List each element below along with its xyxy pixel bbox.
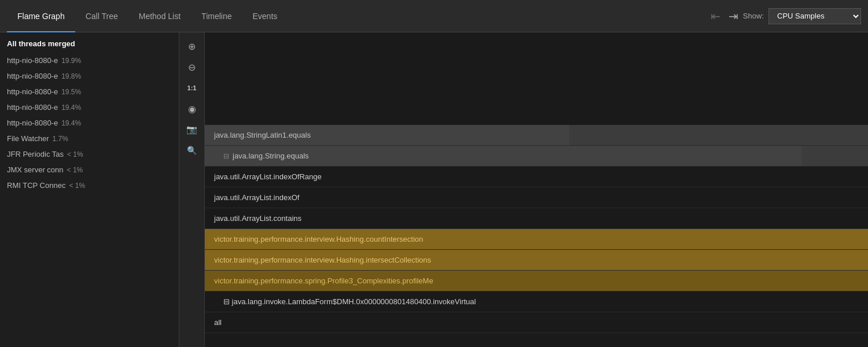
- main-content: All threads merged http-nio-8080-e19.9%h…: [0, 32, 868, 347]
- sidebar-thread-item[interactable]: JFR Periodic Tas< 1%: [0, 146, 179, 162]
- icon-toolbar: ⊕ ⊖ 1:1 ◉ 📷 🔍: [179, 32, 205, 347]
- sidebar-thread-item[interactable]: JMX server conn< 1%: [0, 162, 179, 178]
- add-icon[interactable]: ⊕: [183, 37, 201, 56]
- flame-entry[interactable]: all: [205, 312, 868, 333]
- tab-method-list[interactable]: Method List: [128, 0, 191, 32]
- flame-entry-label: java.util.ArrayList.indexOf: [214, 193, 299, 202]
- flame-entry-label: ⊟ java.lang.invoke.LambdaForm$DMH.0x0000…: [223, 297, 476, 306]
- show-dropdown[interactable]: CPU Samples Wall Time Allocations: [768, 8, 861, 24]
- flame-entry[interactable]: java.lang.StringLatin1.equals: [205, 125, 868, 146]
- flame-entry-label: java.util.ArrayList.contains: [214, 214, 301, 223]
- sidebar-thread-item[interactable]: http-nio-8080-e19.8%: [0, 68, 179, 84]
- search-icon[interactable]: 🔍: [183, 141, 201, 160]
- sidebar-header-label: All threads merged: [7, 39, 75, 48]
- sidebar-thread-item[interactable]: http-nio-8080-e19.4%: [0, 99, 179, 115]
- flame-entry-label: java.lang.StringLatin1.equals: [214, 131, 311, 139]
- sidebar-thread-item[interactable]: http-nio-8080-e19.9%: [0, 53, 179, 68]
- tab-timeline[interactable]: Timeline: [191, 0, 242, 32]
- flame-entry-label: java.util.ArrayList.indexOfRange: [214, 172, 322, 181]
- flame-entry[interactable]: victor.training.performance.interview.Ha…: [205, 229, 868, 250]
- flame-entry-label: all: [214, 318, 222, 327]
- sidebar-thread-item[interactable]: http-nio-8080-e19.4%: [0, 115, 179, 131]
- flame-entry[interactable]: victor.training.performance.interview.Ha…: [205, 250, 868, 271]
- flame-entry-label: victor.training.performance.spring.Profi…: [214, 276, 433, 285]
- sidebar-thread-item[interactable]: http-nio-8080-e19.5%: [0, 84, 179, 99]
- tab-events[interactable]: Events: [242, 0, 288, 32]
- flame-entry[interactable]: victor.training.performance.spring.Profi…: [205, 271, 868, 291]
- flame-area: java.lang.StringLatin1.equals⊟java.lang.…: [205, 32, 868, 347]
- camera-icon[interactable]: 📷: [183, 120, 201, 139]
- flame-entry[interactable]: java.util.ArrayList.contains: [205, 208, 868, 229]
- flame-entry[interactable]: ⊟java.lang.String.equals: [205, 146, 868, 167]
- sidebar-thread-item[interactable]: RMI TCP Connec< 1%: [0, 178, 179, 193]
- flame-entry[interactable]: ⊟ java.lang.invoke.LambdaForm$DMH.0x0000…: [205, 291, 868, 312]
- minus-icon[interactable]: ⊖: [183, 58, 201, 76]
- one-to-one-icon[interactable]: 1:1: [183, 79, 201, 97]
- tab-flame-graph[interactable]: Flame Graph: [7, 0, 75, 32]
- flame-entry-label: victor.training.performance.interview.Ha…: [214, 235, 423, 243]
- sidebar-header[interactable]: All threads merged: [0, 35, 179, 53]
- show-label: Show:: [743, 12, 764, 20]
- eye-icon[interactable]: ◉: [183, 99, 201, 118]
- forward-nav-icon[interactable]: ⇥: [724, 7, 743, 25]
- sidebar-thread-item[interactable]: File Watcher1.7%: [0, 131, 179, 146]
- tab-bar: Flame Graph Call Tree Method List Timeli…: [0, 0, 868, 32]
- flame-entry-label: victor.training.performance.interview.Ha…: [214, 256, 431, 264]
- flame-entry-label: java.lang.String.equals: [233, 152, 309, 160]
- tab-call-tree[interactable]: Call Tree: [75, 0, 128, 32]
- back-nav-icon[interactable]: ⇥: [706, 7, 724, 25]
- sidebar: All threads merged http-nio-8080-e19.9%h…: [0, 32, 179, 347]
- flame-entry[interactable]: java.util.ArrayList.indexOf: [205, 187, 868, 208]
- flame-entry[interactable]: java.util.ArrayList.indexOfRange: [205, 167, 868, 187]
